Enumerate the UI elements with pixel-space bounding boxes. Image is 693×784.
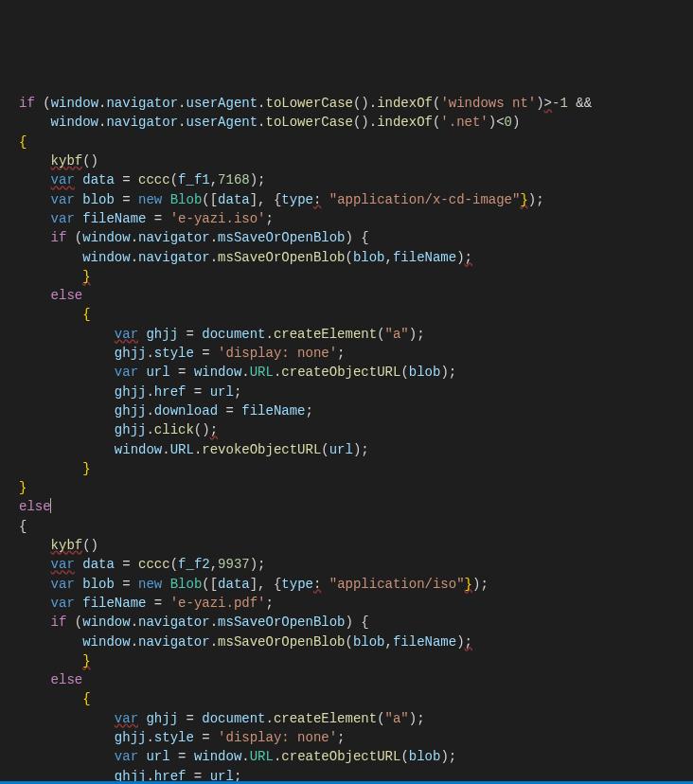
token-number: -1 (552, 96, 568, 111)
token-keyword: else (19, 499, 51, 514)
token-function: toLowerCase (266, 96, 353, 111)
cursor-icon (50, 498, 51, 513)
token-string: 'windows nt' (440, 96, 536, 111)
token-identifier: window (51, 96, 98, 111)
token-identifier: userAgent (186, 96, 258, 111)
token-keyword-var: var (51, 172, 75, 187)
token-identifier: navigator (106, 96, 178, 111)
token-keyword: if (19, 96, 35, 111)
token-class: Blob (170, 192, 203, 207)
code-editor[interactable]: if (window.navigator.userAgent.toLowerCa… (19, 94, 693, 784)
token-function: indexOf (377, 96, 433, 111)
token-function: kybf (51, 153, 83, 169)
